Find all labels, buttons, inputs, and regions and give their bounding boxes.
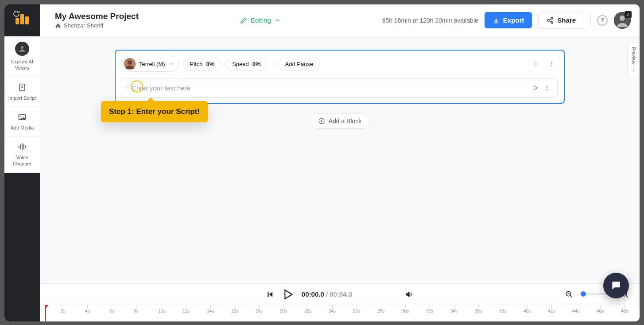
- app-logo: [4, 4, 40, 36]
- zoom-out-button[interactable]: [565, 290, 573, 298]
- timeline-tick: 8s: [134, 305, 139, 321]
- timeline-tick: 24s: [329, 305, 336, 321]
- play-icon: [282, 289, 294, 300]
- playhead[interactable]: [45, 305, 50, 321]
- play-line-button[interactable]: [530, 82, 541, 94]
- timeline-tick: 36s: [475, 305, 482, 321]
- header: My Awesome Project Shehzar Sheriff Editi…: [40, 4, 640, 36]
- svg-point-5: [20, 116, 22, 117]
- timeline-tick: 42s: [548, 305, 555, 321]
- timeline-ruler[interactable]: 2s4s6s8s10s12s14s16s18s20s22s24s26s28s30…: [45, 305, 640, 321]
- tour-tooltip: Step 1: Enter your Script!: [101, 101, 208, 122]
- timeline-tick: 44s: [572, 305, 579, 321]
- timeline-tick: 2s: [61, 305, 66, 321]
- svg-point-12: [551, 17, 553, 19]
- chevron-down-icon: [169, 61, 174, 67]
- svg-point-24: [551, 65, 552, 66]
- svg-marker-32: [269, 292, 273, 297]
- timeline-tick: 38s: [499, 305, 506, 321]
- svg-line-36: [570, 295, 572, 298]
- volume-icon: [404, 290, 413, 299]
- rail-voice-changer[interactable]: Voice Changer: [4, 137, 40, 173]
- svg-marker-34: [285, 290, 292, 299]
- timeline-tick: 40s: [524, 305, 531, 321]
- time-display: 00:00.0 / 00:04.3: [302, 290, 352, 298]
- status-mode[interactable]: Editing: [147, 16, 373, 24]
- more-vertical-icon: [549, 61, 555, 67]
- rail-vc-label: Voice Changer: [6, 154, 38, 167]
- svg-point-20: [128, 60, 132, 65]
- add-block-button[interactable]: Add a Block: [310, 114, 370, 129]
- rail-import-script[interactable]: Import Script: [4, 77, 40, 107]
- timeline: Timeline 2s4s6s8s10s12s14s16s18s20s22s24…: [4, 305, 640, 321]
- home-icon: [55, 23, 61, 29]
- svg-point-28: [547, 89, 547, 90]
- svg-line-15: [549, 19, 551, 20]
- svg-point-26: [547, 86, 547, 86]
- chevron-left-icon: ‹: [633, 67, 635, 73]
- svg-point-0: [21, 46, 23, 49]
- download-icon: [493, 17, 500, 24]
- voice-name: Terrell (M): [139, 61, 165, 67]
- svg-line-16: [549, 21, 551, 22]
- timeline-tick: 22s: [304, 305, 311, 321]
- voice-selector[interactable]: Terrell (M): [122, 56, 179, 72]
- text-row: ⠿: [122, 78, 558, 98]
- add-pause-button[interactable]: Add Pause: [279, 58, 320, 70]
- chevron-down-icon: [275, 17, 281, 23]
- rail-add-media[interactable]: Add Media: [4, 107, 40, 137]
- skip-back-button[interactable]: [266, 290, 274, 298]
- volume-button[interactable]: [404, 290, 413, 299]
- rail-explore-voices[interactable]: Explore AI Voices: [4, 36, 40, 77]
- timeline-tick: 4s: [85, 305, 90, 321]
- script-input[interactable]: [132, 84, 530, 92]
- timeline-tick: 14s: [207, 305, 214, 321]
- timeline-tick: 10s: [158, 305, 165, 321]
- timeline-tick: 46s: [597, 305, 604, 321]
- timeline-tick: 6s: [109, 305, 114, 321]
- svg-point-14: [551, 21, 553, 23]
- export-button[interactable]: Export: [485, 12, 532, 28]
- rail-explore-label: Explore AI Voices: [6, 59, 38, 71]
- block-menu-button[interactable]: [546, 58, 558, 70]
- svg-point-22: [551, 62, 552, 63]
- speed-chip[interactable]: Speed 0%: [225, 58, 267, 70]
- more-vertical-icon: [544, 85, 550, 91]
- main-canvas: Terrell (M) Pitch 0% Speed 0% Add Pause: [40, 36, 640, 284]
- timeline-tick: 34s: [450, 305, 458, 321]
- skip-back-icon: [266, 290, 274, 298]
- svg-line-39: [626, 295, 628, 298]
- pitch-chip[interactable]: Pitch 0%: [183, 58, 221, 70]
- svg-point-23: [551, 63, 552, 64]
- svg-marker-21: [535, 62, 538, 66]
- drag-handle-icon[interactable]: ⠿: [125, 84, 128, 91]
- project-title: My Awesome Project: [55, 12, 139, 21]
- share-button[interactable]: Share: [538, 12, 584, 29]
- play-block-button[interactable]: [530, 58, 542, 70]
- timeline-tick: 32s: [426, 305, 433, 321]
- help-button[interactable]: ?: [597, 15, 608, 26]
- user-avatar[interactable]: ⤢: [614, 12, 631, 29]
- chat-fab[interactable]: [603, 273, 629, 298]
- chat-icon: [610, 280, 622, 291]
- expand-icon[interactable]: ⤢: [625, 11, 632, 18]
- preview-tab[interactable]: Preview ‹: [627, 43, 640, 77]
- play-button[interactable]: [282, 289, 294, 300]
- player-bar: 00:00.0 / 00:04.3: [40, 283, 640, 305]
- plus-circle-icon: [318, 117, 325, 125]
- timeline-tick: 12s: [182, 305, 190, 321]
- pencil-icon: [240, 17, 247, 24]
- rail-media-label: Add Media: [11, 125, 34, 131]
- voice-avatar: [124, 58, 136, 70]
- timeline-tick: 20s: [280, 305, 287, 321]
- timeline-tick: 26s: [353, 305, 360, 321]
- line-menu-button[interactable]: [541, 82, 553, 94]
- svg-point-27: [547, 87, 547, 88]
- timeline-tick: 18s: [256, 305, 263, 321]
- timeline-tick: 28s: [377, 305, 384, 321]
- script-block: Terrell (M) Pitch 0% Speed 0% Add Pause: [115, 50, 565, 104]
- share-icon: [547, 17, 554, 24]
- project-owner: Shehzar Sheriff: [64, 22, 103, 29]
- usage-text: 95h 16min of 120h 20min available: [382, 17, 478, 24]
- play-icon: [533, 61, 539, 67]
